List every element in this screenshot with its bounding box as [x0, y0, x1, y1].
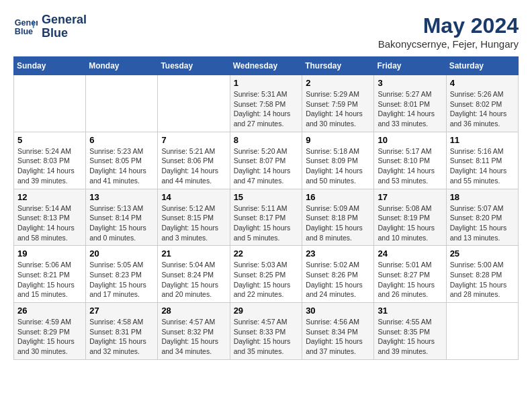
day-info: Sunrise: 5:02 AM Sunset: 8:26 PM Dayligh… — [306, 260, 370, 300]
day-number: 1 — [234, 78, 299, 88]
day-info: Sunrise: 5:07 AM Sunset: 8:20 PM Dayligh… — [450, 203, 515, 243]
calendar-cell: 10Sunrise: 5:17 AM Sunset: 8:10 PM Dayli… — [374, 132, 446, 189]
day-info: Sunrise: 5:29 AM Sunset: 7:59 PM Dayligh… — [306, 89, 370, 129]
day-number: 21 — [161, 248, 226, 259]
calendar-cell: 9Sunrise: 5:18 AM Sunset: 8:09 PM Daylig… — [302, 132, 374, 189]
day-info: Sunrise: 5:21 AM Sunset: 8:06 PM Dayligh… — [161, 146, 226, 186]
day-number: 17 — [378, 192, 442, 202]
day-number: 22 — [234, 248, 299, 259]
logo-text: General Blue — [42, 13, 87, 40]
day-info: Sunrise: 5:18 AM Sunset: 8:09 PM Dayligh… — [306, 146, 370, 186]
day-number: 13 — [89, 192, 154, 202]
day-number: 23 — [306, 248, 370, 259]
calendar-cell: 18Sunrise: 5:07 AM Sunset: 8:20 PM Dayli… — [446, 189, 518, 246]
calendar-cell: 15Sunrise: 5:11 AM Sunset: 8:17 PM Dayli… — [230, 189, 302, 246]
day-number: 24 — [378, 248, 442, 259]
day-number: 15 — [234, 192, 299, 202]
calendar-cell: 13Sunrise: 5:13 AM Sunset: 8:14 PM Dayli… — [86, 189, 158, 246]
calendar-week-row: 5Sunrise: 5:24 AM Sunset: 8:03 PM Daylig… — [14, 132, 519, 189]
calendar-cell: 24Sunrise: 5:01 AM Sunset: 8:27 PM Dayli… — [374, 246, 446, 303]
day-info: Sunrise: 5:09 AM Sunset: 8:18 PM Dayligh… — [306, 203, 370, 243]
day-number: 26 — [17, 306, 82, 316]
day-info: Sunrise: 5:04 AM Sunset: 8:24 PM Dayligh… — [161, 260, 226, 300]
day-number: 28 — [161, 306, 226, 316]
day-number: 20 — [89, 248, 154, 259]
day-number: 14 — [161, 192, 226, 202]
logo-icon: General Blue — [13, 15, 38, 39]
day-info: Sunrise: 5:05 AM Sunset: 8:23 PM Dayligh… — [89, 260, 154, 300]
day-info: Sunrise: 5:12 AM Sunset: 8:15 PM Dayligh… — [161, 203, 226, 243]
calendar-cell: 11Sunrise: 5:16 AM Sunset: 8:11 PM Dayli… — [446, 132, 518, 189]
day-info: Sunrise: 5:13 AM Sunset: 8:14 PM Dayligh… — [89, 203, 154, 243]
calendar-cell: 17Sunrise: 5:08 AM Sunset: 8:19 PM Dayli… — [374, 189, 446, 246]
weekday-header-sunday: Sunday — [14, 57, 86, 75]
day-number: 7 — [161, 135, 226, 145]
calendar-cell: 2Sunrise: 5:29 AM Sunset: 7:59 PM Daylig… — [302, 75, 374, 132]
day-number: 31 — [378, 306, 442, 316]
day-info: Sunrise: 5:24 AM Sunset: 8:03 PM Dayligh… — [17, 146, 82, 186]
day-info: Sunrise: 5:27 AM Sunset: 8:01 PM Dayligh… — [378, 89, 442, 129]
calendar-cell: 21Sunrise: 5:04 AM Sunset: 8:24 PM Dayli… — [158, 246, 230, 303]
weekday-header-monday: Monday — [86, 57, 158, 75]
month-title: May 2024 — [378, 13, 519, 38]
calendar-cell: 22Sunrise: 5:03 AM Sunset: 8:25 PM Dayli… — [230, 246, 302, 303]
logo: General Blue General Blue — [13, 13, 87, 40]
calendar-cell: 28Sunrise: 4:57 AM Sunset: 8:32 PM Dayli… — [158, 303, 230, 360]
calendar-cell: 14Sunrise: 5:12 AM Sunset: 8:15 PM Dayli… — [158, 189, 230, 246]
day-info: Sunrise: 4:57 AM Sunset: 8:32 PM Dayligh… — [161, 317, 226, 357]
title-section: May 2024 Bakonycsernye, Fejer, Hungary — [378, 13, 519, 50]
svg-text:Blue: Blue — [15, 27, 33, 36]
day-info: Sunrise: 4:57 AM Sunset: 8:33 PM Dayligh… — [234, 317, 299, 357]
calendar-cell: 31Sunrise: 4:55 AM Sunset: 8:35 PM Dayli… — [374, 303, 446, 360]
calendar-cell: 12Sunrise: 5:14 AM Sunset: 8:13 PM Dayli… — [14, 189, 86, 246]
day-number: 4 — [450, 78, 515, 88]
calendar-cell — [446, 303, 518, 360]
calendar-cell: 19Sunrise: 5:06 AM Sunset: 8:21 PM Dayli… — [14, 246, 86, 303]
day-number: 27 — [89, 306, 154, 316]
calendar-cell: 1Sunrise: 5:31 AM Sunset: 7:58 PM Daylig… — [230, 75, 302, 132]
day-info: Sunrise: 5:01 AM Sunset: 8:27 PM Dayligh… — [378, 260, 442, 300]
day-number: 16 — [306, 192, 370, 202]
calendar-cell: 8Sunrise: 5:20 AM Sunset: 8:07 PM Daylig… — [230, 132, 302, 189]
day-info: Sunrise: 5:17 AM Sunset: 8:10 PM Dayligh… — [378, 146, 442, 186]
day-number: 30 — [306, 306, 370, 316]
calendar-week-row: 26Sunrise: 4:59 AM Sunset: 8:29 PM Dayli… — [14, 303, 519, 360]
calendar-cell: 4Sunrise: 5:26 AM Sunset: 8:02 PM Daylig… — [446, 75, 518, 132]
day-number: 3 — [378, 78, 442, 88]
calendar-cell: 20Sunrise: 5:05 AM Sunset: 8:23 PM Dayli… — [86, 246, 158, 303]
calendar-cell: 25Sunrise: 5:00 AM Sunset: 8:28 PM Dayli… — [446, 246, 518, 303]
day-number: 11 — [450, 135, 515, 145]
day-number: 8 — [234, 135, 299, 145]
day-number: 9 — [306, 135, 370, 145]
calendar-cell: 27Sunrise: 4:58 AM Sunset: 8:31 PM Dayli… — [86, 303, 158, 360]
day-number: 10 — [378, 135, 442, 145]
calendar-cell — [86, 75, 158, 132]
calendar-week-row: 12Sunrise: 5:14 AM Sunset: 8:13 PM Dayli… — [14, 189, 519, 246]
calendar-cell: 26Sunrise: 4:59 AM Sunset: 8:29 PM Dayli… — [14, 303, 86, 360]
calendar-cell: 23Sunrise: 5:02 AM Sunset: 8:26 PM Dayli… — [302, 246, 374, 303]
weekday-header-friday: Friday — [374, 57, 446, 75]
day-number: 19 — [17, 248, 82, 259]
location-subtitle: Bakonycsernye, Fejer, Hungary — [378, 38, 519, 50]
weekday-header-saturday: Saturday — [446, 57, 518, 75]
day-info: Sunrise: 5:14 AM Sunset: 8:13 PM Dayligh… — [17, 203, 82, 243]
day-info: Sunrise: 4:59 AM Sunset: 8:29 PM Dayligh… — [17, 317, 82, 357]
calendar-cell: 30Sunrise: 4:56 AM Sunset: 8:34 PM Dayli… — [302, 303, 374, 360]
calendar-header-row: SundayMondayTuesdayWednesdayThursdayFrid… — [14, 57, 519, 75]
day-number: 6 — [89, 135, 154, 145]
calendar-cell: 3Sunrise: 5:27 AM Sunset: 8:01 PM Daylig… — [374, 75, 446, 132]
day-info: Sunrise: 5:20 AM Sunset: 8:07 PM Dayligh… — [234, 146, 299, 186]
calendar-table: SundayMondayTuesdayWednesdayThursdayFrid… — [13, 56, 519, 360]
calendar-cell: 5Sunrise: 5:24 AM Sunset: 8:03 PM Daylig… — [14, 132, 86, 189]
day-number: 25 — [450, 248, 515, 259]
calendar-week-row: 19Sunrise: 5:06 AM Sunset: 8:21 PM Dayli… — [14, 246, 519, 303]
weekday-header-thursday: Thursday — [302, 57, 374, 75]
calendar-week-row: 1Sunrise: 5:31 AM Sunset: 7:58 PM Daylig… — [14, 75, 519, 132]
calendar-cell: 16Sunrise: 5:09 AM Sunset: 8:18 PM Dayli… — [302, 189, 374, 246]
day-info: Sunrise: 5:11 AM Sunset: 8:17 PM Dayligh… — [234, 203, 299, 243]
day-number: 12 — [17, 192, 82, 202]
day-number: 18 — [450, 192, 515, 202]
calendar-cell — [14, 75, 86, 132]
day-info: Sunrise: 5:26 AM Sunset: 8:02 PM Dayligh… — [450, 89, 515, 129]
day-number: 5 — [17, 135, 82, 145]
